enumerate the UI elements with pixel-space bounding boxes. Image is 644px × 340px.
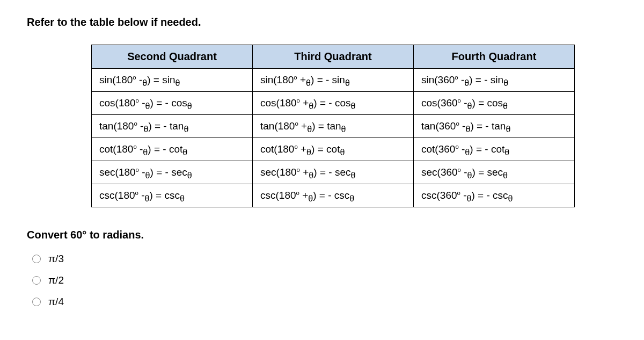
formula-cell: cot(180o +θ) = cotθ [253, 138, 414, 161]
radio-icon[interactable] [32, 298, 41, 306]
radio-icon[interactable] [32, 255, 41, 263]
formula-cell: cot(180o -θ) = - cotθ [92, 138, 253, 161]
formula-cell: csc(180o -θ) = cscθ [92, 184, 253, 207]
intro-text: Refer to the table below if needed. [27, 16, 617, 28]
option-2[interactable]: π/4 [32, 296, 617, 308]
table-row: sin(180o -θ) = sinθsin(180o +θ) = - sinθ… [92, 69, 575, 92]
table-row: csc(180o -θ) = cscθcsc(180o +θ) = - cscθ… [92, 184, 575, 207]
option-label: π/2 [48, 274, 64, 286]
formula-cell: cos(360o -θ) = cosθ [414, 92, 575, 115]
formula-cell: sec(360o -θ) = secθ [414, 161, 575, 184]
option-label: π/4 [48, 296, 64, 308]
table-row: cot(180o -θ) = - cotθcot(180o +θ) = cotθ… [92, 138, 575, 161]
options-group: π/3π/2π/4 [32, 253, 617, 308]
question-text: Convert 60° to radians. [27, 229, 617, 241]
table-row: tan(180o -θ) = - tanθtan(180o +θ) = tanθ… [92, 115, 575, 138]
formula-cell: sin(360o -θ) = - sinθ [414, 69, 575, 92]
formula-cell: cos(180o +θ) = - cosθ [253, 92, 414, 115]
formula-cell: cos(180o -θ) = - cosθ [92, 92, 253, 115]
radio-icon[interactable] [32, 276, 41, 285]
formula-cell: cot(360o -θ) = - cotθ [414, 138, 575, 161]
formula-cell: sec(180o -θ) = - secθ [92, 161, 253, 184]
table-row: sec(180o -θ) = - secθsec(180o +θ) = - se… [92, 161, 575, 184]
formula-cell: tan(180o +θ) = tanθ [253, 115, 414, 138]
table-row: cos(180o -θ) = - cosθcos(180o +θ) = - co… [92, 92, 575, 115]
identities-table: Second Quadrant Third Quadrant Fourth Qu… [91, 45, 575, 207]
option-0[interactable]: π/3 [32, 253, 617, 265]
header-fourth-quadrant: Fourth Quadrant [414, 45, 575, 69]
header-third-quadrant: Third Quadrant [253, 45, 414, 69]
header-second-quadrant: Second Quadrant [92, 45, 253, 69]
formula-cell: sin(180o +θ) = - sinθ [253, 69, 414, 92]
formula-cell: tan(180o -θ) = - tanθ [92, 115, 253, 138]
option-1[interactable]: π/2 [32, 274, 617, 286]
formula-cell: csc(180o +θ) = - cscθ [253, 184, 414, 207]
formula-cell: sec(180o +θ) = - secθ [253, 161, 414, 184]
formula-cell: tan(360o -θ) = - tanθ [414, 115, 575, 138]
formula-cell: sin(180o -θ) = sinθ [92, 69, 253, 92]
option-label: π/3 [48, 253, 64, 265]
formula-cell: csc(360o -θ) = - cscθ [414, 184, 575, 207]
